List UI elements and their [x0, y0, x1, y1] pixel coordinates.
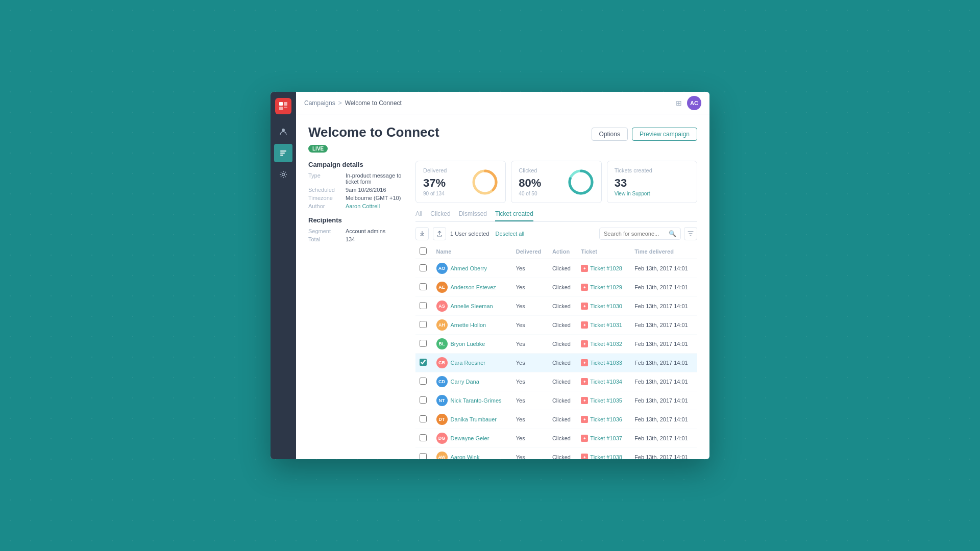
table-row[interactable]: NT Nick Taranto-Grimes Yes Clicked ✦ Tic… [415, 391, 697, 410]
svg-rect-3 [284, 107, 287, 108]
preview-campaign-button[interactable]: Preview campaign [632, 128, 697, 141]
tab-ticket-created[interactable]: Ticket created [495, 210, 533, 221]
ticket-link[interactable]: Ticket #1035 [590, 397, 622, 404]
row-name-cell: CD Carry Dana [432, 372, 512, 391]
row-delivered: Yes [512, 391, 548, 410]
row-action: Clicked [548, 335, 577, 354]
stat-link[interactable]: View in Support [615, 191, 652, 196]
user-name[interactable]: Carry Dana [451, 379, 479, 385]
user-name[interactable]: Dewayne Geier [451, 435, 489, 441]
tabs: AllClickedDismissedTicket created [415, 210, 697, 222]
user-avatar[interactable]: AC [687, 96, 701, 110]
row-action: Clicked [548, 278, 577, 297]
topbar: Campaigns > Welcome to Connect ⊞ AC [296, 92, 709, 114]
filter-button[interactable] [684, 227, 697, 240]
row-checkbox-cell [415, 335, 432, 354]
sidebar-item-contacts[interactable] [274, 122, 292, 141]
user-name[interactable]: Anderson Estevez [451, 284, 496, 290]
breadcrumb: Campaigns > Welcome to Connect [304, 99, 402, 107]
row-ticket: ✦ Ticket #1038 [577, 448, 630, 460]
options-button[interactable]: Options [592, 128, 628, 141]
sidebar-item-settings[interactable] [274, 165, 292, 184]
row-checkbox[interactable] [420, 415, 427, 422]
breadcrumb-parent[interactable]: Campaigns [304, 99, 335, 107]
stat-number: 80% [519, 177, 541, 190]
main-content: Campaigns > Welcome to Connect ⊞ AC Welc… [296, 92, 709, 459]
sidebar-item-campaigns[interactable] [274, 144, 292, 162]
user-name[interactable]: Bryon Luebke [451, 341, 485, 347]
ticket-link[interactable]: Ticket #1037 [590, 435, 622, 441]
app-logo[interactable] [275, 98, 291, 114]
row-checkbox[interactable] [420, 264, 427, 271]
row-checkbox[interactable] [420, 453, 427, 459]
tab-all[interactable]: All [415, 210, 422, 221]
table-row[interactable]: AS Annelie Sleeman Yes Clicked ✦ Ticket … [415, 297, 697, 316]
row-ticket: ✦ Ticket #1030 [577, 297, 630, 316]
row-checkbox[interactable] [420, 321, 427, 328]
share-button[interactable] [433, 227, 446, 240]
ticket-icon: ✦ [581, 303, 588, 310]
table-row[interactable]: DG Dewayne Geier Yes Clicked ✦ Ticket #1… [415, 429, 697, 448]
table-row[interactable]: CR Cara Roesner Yes Clicked ✦ Ticket #10… [415, 354, 697, 372]
row-checkbox[interactable] [420, 283, 427, 290]
table-row[interactable]: AW Aaron Wink Yes Clicked ✦ Ticket #1038… [415, 448, 697, 460]
deselect-all-link[interactable]: Deselect all [495, 231, 524, 237]
row-time: Feb 13th, 2017 14:01 [630, 335, 697, 354]
row-checkbox[interactable] [420, 359, 427, 366]
recipient-detail-row: SegmentAccount admins [308, 228, 405, 234]
toolbar-right: 🔍 [599, 227, 697, 240]
user-name[interactable]: Danika Trumbauer [451, 416, 497, 422]
ticket-link[interactable]: Ticket #1038 [590, 454, 622, 459]
row-checkbox[interactable] [420, 302, 427, 309]
tab-dismissed[interactable]: Dismissed [459, 210, 487, 221]
search-icon[interactable]: 🔍 [669, 230, 676, 237]
ticket-link[interactable]: Ticket #1036 [590, 416, 622, 422]
user-avatar: AW [436, 452, 448, 459]
row-checkbox[interactable] [420, 340, 427, 347]
row-action: Clicked [548, 259, 577, 278]
select-all-checkbox[interactable] [420, 247, 427, 255]
row-checkbox[interactable] [420, 396, 427, 404]
table-row[interactable]: AO Ahmed Oberry Yes Clicked ✦ Ticket #10… [415, 259, 697, 278]
row-time: Feb 13th, 2017 14:01 [630, 410, 697, 429]
left-panel: Campaign details TypeIn-product message … [308, 161, 405, 459]
ticket-icon: ✦ [581, 321, 588, 329]
user-name[interactable]: Arnette Hollon [451, 322, 486, 328]
table-row[interactable]: CD Carry Dana Yes Clicked ✦ Ticket #1034… [415, 372, 697, 391]
detail-label: Segment [308, 228, 341, 234]
search-input[interactable] [604, 231, 666, 237]
row-ticket: ✦ Ticket #1037 [577, 429, 630, 448]
export-button[interactable] [415, 227, 429, 240]
svg-rect-6 [280, 153, 285, 154]
ticket-link[interactable]: Ticket #1032 [590, 341, 622, 347]
table-row[interactable]: BL Bryon Luebke Yes Clicked ✦ Ticket #10… [415, 335, 697, 354]
detail-value[interactable]: Aaron Cottrell [346, 203, 380, 209]
user-name[interactable]: Annelie Sleeman [451, 303, 493, 309]
ticket-link[interactable]: Ticket #1031 [590, 322, 622, 328]
ticket-link[interactable]: Ticket #1033 [590, 360, 622, 366]
user-name[interactable]: Cara Roesner [451, 360, 485, 366]
content-area: Welcome to Connect Live Options Preview … [296, 114, 709, 459]
ticket-link[interactable]: Ticket #1034 [590, 379, 622, 385]
svg-point-4 [282, 129, 285, 132]
row-checkbox-cell [415, 297, 432, 316]
row-checkbox[interactable] [420, 378, 427, 385]
user-name[interactable]: Nick Taranto-Grimes [451, 397, 502, 404]
row-name-cell: AO Ahmed Oberry [432, 259, 512, 278]
ticket-link[interactable]: Ticket #1029 [590, 284, 622, 290]
stat-label: Delivered [423, 167, 447, 173]
table-row[interactable]: AH Arnette Hollon Yes Clicked ✦ Ticket #… [415, 316, 697, 335]
user-name[interactable]: Aaron Wink [451, 454, 480, 459]
row-checkbox[interactable] [420, 434, 427, 441]
table-row[interactable]: DT Danika Trumbauer Yes Clicked ✦ Ticket… [415, 410, 697, 429]
grid-icon[interactable]: ⊞ [676, 99, 682, 107]
row-name-cell: DG Dewayne Geier [432, 429, 512, 448]
row-ticket: ✦ Ticket #1028 [577, 259, 630, 278]
row-action: Clicked [548, 448, 577, 460]
row-checkbox-cell [415, 410, 432, 429]
ticket-link[interactable]: Ticket #1028 [590, 265, 622, 271]
user-name[interactable]: Ahmed Oberry [451, 265, 487, 271]
table-row[interactable]: AE Anderson Estevez Yes Clicked ✦ Ticket… [415, 278, 697, 297]
ticket-link[interactable]: Ticket #1030 [590, 303, 622, 309]
tab-clicked[interactable]: Clicked [430, 210, 450, 221]
